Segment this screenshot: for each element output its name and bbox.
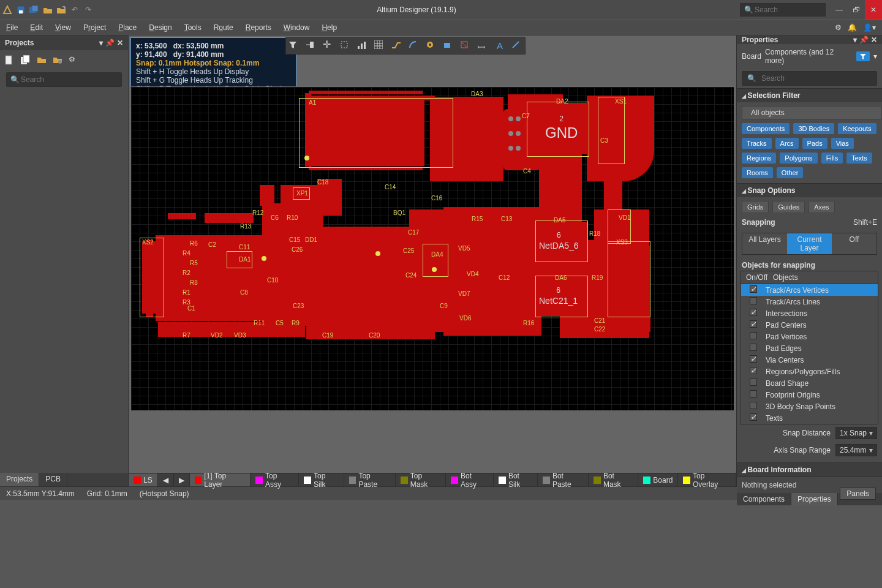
layer-set-button[interactable]: LS xyxy=(129,473,158,486)
menu-route[interactable]: Route xyxy=(208,23,239,32)
snap-row-track-arcs-lines[interactable]: Track/Arcs Lines xyxy=(741,296,878,307)
account-icon[interactable]: 👤▾ xyxy=(863,23,876,32)
snap-chip-guides[interactable]: Guides xyxy=(772,201,805,213)
layer-tab-top-silk[interactable]: Top Silk xyxy=(299,473,344,486)
layer-tab-bot-assy[interactable]: Bot Assy xyxy=(446,473,494,486)
dimension-icon[interactable] xyxy=(477,40,488,51)
filter-chip-components[interactable]: Components xyxy=(742,123,790,134)
snap-mode-current-layer[interactable]: Current Layer xyxy=(787,233,832,254)
snap-row-board-shape[interactable]: Board Shape xyxy=(741,377,878,389)
axis-snap-range-value[interactable]: 25.4mm xyxy=(835,444,877,456)
snap-row-via-centers[interactable]: Via Centers xyxy=(741,354,878,366)
filter-chip-texts[interactable]: Texts xyxy=(846,153,872,164)
poly-icon[interactable] xyxy=(460,40,471,51)
layer-tab-top-assy[interactable]: Top Assy xyxy=(251,473,299,486)
maximize-button[interactable]: 🗗 xyxy=(848,0,865,20)
snap-row-regions-polygons-fills[interactable]: Regions/Polygons/Fills xyxy=(741,366,878,377)
properties-search[interactable]: 🔍 xyxy=(742,71,877,86)
filter-chip-other[interactable]: Other xyxy=(777,167,804,178)
pcb-editor[interactable]: x: 53,500 dx: 53,500 mm y: 91,400 dy: 91… xyxy=(129,36,736,486)
filter-chip-regions[interactable]: Regions xyxy=(742,153,776,164)
menu-design[interactable]: Design xyxy=(143,23,178,32)
snap-row-intersections[interactable]: Intersections xyxy=(741,307,878,319)
menu-view[interactable]: View xyxy=(49,23,77,32)
panel-close-icon[interactable]: ✕ xyxy=(871,36,877,44)
scope-dropdown-icon[interactable]: ▾ xyxy=(873,52,877,61)
filter-icon[interactable] xyxy=(288,40,300,51)
open-project-icon[interactable] xyxy=(56,5,66,15)
tab-projects[interactable]: Projects xyxy=(0,473,39,486)
filter-chip-rooms[interactable]: Rooms xyxy=(742,167,773,178)
filter-chip-pads[interactable]: Pads xyxy=(802,138,827,149)
move-icon[interactable]: ✛ xyxy=(323,40,334,51)
undo-icon[interactable]: ↶ xyxy=(70,5,80,15)
selection-rect-icon[interactable] xyxy=(340,40,351,51)
line-icon[interactable] xyxy=(511,40,522,51)
snap-distance-value[interactable]: 1x Snap xyxy=(835,427,877,439)
layer-tab-top-overlay[interactable]: Top Overlay xyxy=(678,473,736,486)
funnel-icon[interactable] xyxy=(856,51,870,61)
layer-tab-top-mask[interactable]: Top Mask xyxy=(396,473,446,486)
section-board-information[interactable]: Board Information xyxy=(737,462,882,477)
menu-reports[interactable]: Reports xyxy=(239,23,277,32)
panels-button[interactable]: Panels xyxy=(840,488,876,500)
snap-checkbox[interactable] xyxy=(741,309,766,318)
menu-edit[interactable]: Edit xyxy=(24,23,49,32)
filter-all-objects[interactable]: All objects xyxy=(742,106,882,119)
save-all-icon[interactable] xyxy=(29,5,39,15)
snap-chip-grids[interactable]: Grids xyxy=(742,201,769,213)
panel-menu-icon[interactable]: ▾ xyxy=(853,36,857,44)
redo-icon[interactable]: ↷ xyxy=(83,5,93,15)
global-search-input[interactable] xyxy=(753,5,821,15)
layer-next[interactable]: ▶ xyxy=(174,473,190,486)
tab-properties[interactable]: Properties xyxy=(791,493,838,505)
section-snap-options[interactable]: Snap Options xyxy=(737,183,882,197)
notifications-icon[interactable]: 🔔 xyxy=(848,23,857,32)
doc-icon[interactable] xyxy=(5,55,15,65)
menu-window[interactable]: Window xyxy=(277,23,316,32)
snap-row-footprint-origins[interactable]: Footprint Origins xyxy=(741,389,878,401)
grid-icon[interactable] xyxy=(374,40,385,51)
filter-chip-polygons[interactable]: Polygons xyxy=(780,153,817,164)
snap-row-track-arcs-vertices[interactable]: Track/Arcs Vertices xyxy=(741,284,878,296)
tab-components[interactable]: Components xyxy=(737,493,791,505)
layer-tab-bot-mask[interactable]: Bot Mask xyxy=(589,473,638,486)
projects-search[interactable]: 🔍 xyxy=(6,72,122,87)
align-icon[interactable] xyxy=(357,40,368,51)
layer-tab-bot-silk[interactable]: Bot Silk xyxy=(494,473,538,486)
layer-prev[interactable]: ◀ xyxy=(158,473,174,486)
text-icon[interactable]: A xyxy=(494,40,505,51)
filter-chip-fills[interactable]: Fills xyxy=(821,153,843,164)
close-button[interactable]: ✕ xyxy=(865,0,882,20)
snap-checkbox[interactable] xyxy=(741,413,766,423)
snap-mode-all-layers[interactable]: All Layers xyxy=(742,233,787,254)
snap-checkbox[interactable] xyxy=(741,355,766,364)
projects-search-input[interactable] xyxy=(20,75,118,85)
tab-pcb[interactable]: PCB xyxy=(39,473,67,486)
layer-tab-top-paste[interactable]: Top Paste xyxy=(344,473,396,486)
section-selection-filter[interactable]: Selection Filter xyxy=(737,88,882,102)
settings-icon[interactable]: ⚙ xyxy=(835,23,842,32)
snap-row-texts[interactable]: Texts xyxy=(741,412,878,424)
via-icon[interactable] xyxy=(426,40,437,51)
gear-icon[interactable]: ⚙ xyxy=(69,55,78,65)
board-canvas[interactable]: /* placeholder */ xyxy=(130,86,734,411)
menu-tools[interactable]: Tools xyxy=(178,23,208,32)
menu-place[interactable]: Place xyxy=(112,23,143,32)
filter-chip-keepouts[interactable]: Keepouts xyxy=(838,123,876,134)
route-icon[interactable] xyxy=(391,40,402,51)
snap-row-pad-centers[interactable]: Pad Centers xyxy=(741,319,878,331)
filter-chip-arcs[interactable]: Arcs xyxy=(775,138,799,149)
layer-tab-bot-paste[interactable]: Bot Paste xyxy=(538,473,589,486)
panel-menu-icon[interactable]: ▾ xyxy=(99,39,103,47)
folder-icon[interactable] xyxy=(37,55,47,65)
snap-checkbox[interactable] xyxy=(741,379,766,388)
snap-checkbox[interactable] xyxy=(741,285,766,295)
menu-help[interactable]: Help xyxy=(315,23,343,32)
panel-close-icon[interactable]: ✕ xyxy=(117,39,123,47)
filter-chip-3d-bodies[interactable]: 3D Bodies xyxy=(793,123,834,134)
snap-checkbox[interactable] xyxy=(741,320,766,330)
open-icon[interactable] xyxy=(43,5,53,15)
layer-tab--1-top-layer[interactable]: [1] Top Layer xyxy=(190,473,251,486)
snap-checkbox[interactable] xyxy=(741,402,766,411)
